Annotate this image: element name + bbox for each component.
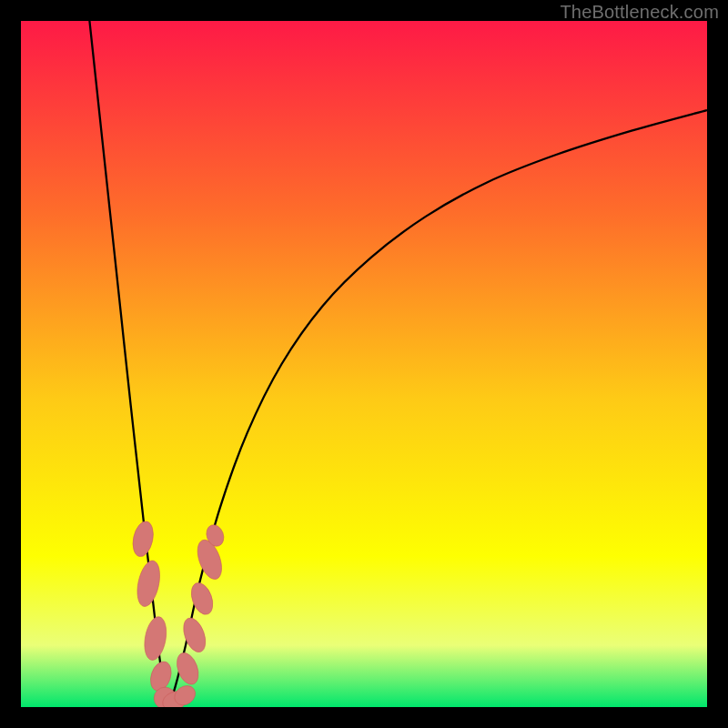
plot-area xyxy=(21,21,707,707)
scatter-marker xyxy=(130,520,157,559)
scatter-marker xyxy=(141,615,169,662)
scatter-marker xyxy=(134,559,164,609)
outer-frame: TheBottleneck.com xyxy=(0,0,728,728)
curve-layer xyxy=(21,21,707,707)
curve-right-branch xyxy=(168,110,707,707)
curve-left-branch xyxy=(89,21,168,707)
watermark-label: TheBottleneck.com xyxy=(560,2,719,23)
